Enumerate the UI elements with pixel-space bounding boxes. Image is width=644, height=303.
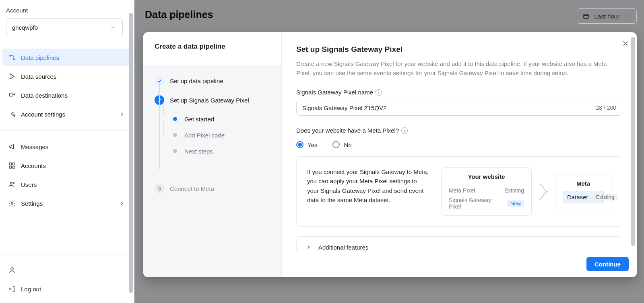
meta-pixel-question: Does your website have a Meta Pixel? i [296,127,622,134]
substep-get-started[interactable]: Get started [155,111,272,127]
account-value: gncqwpfo [12,24,38,31]
grid-icon [8,162,16,170]
modal-steps-panel: Create a data pipeline Set up data pipel… [143,32,282,277]
sidebar-item-data-sources[interactable]: Data sources [2,68,132,85]
users-icon [8,180,16,188]
sidebar-item-messages[interactable]: Messages [2,138,132,156]
time-range-label: Last hour [594,13,619,20]
row-label: Signals Gateway Pixel [449,197,502,210]
sidebar-item-label: Log out [21,286,41,293]
panel-title: Meta [563,180,604,187]
chevron-down-icon [109,23,117,31]
page-title: Data pipelines [145,9,213,20]
sidebar: Account gncqwpfo Data pipelines Data sou… [0,0,134,303]
sidebar-item-label: Data pipelines [21,54,59,61]
sidebar-item-settings[interactable]: Settings [2,194,132,212]
svg-point-9 [11,203,13,205]
chevron-right-icon [118,199,126,207]
sidebar-item-account-settings[interactable]: Account settings [2,105,132,123]
modal-main: Set up Signals Gateway Pixel Create a ne… [282,32,637,277]
create-pipeline-modal: Create a data pipeline Set up data pipel… [143,32,637,277]
radio-label: Yes [308,141,317,148]
time-range-select[interactable]: Last hour [577,8,637,24]
input-value: Signals Gateway Pixel Z15QV2 [302,104,386,111]
sidebar-scrollbar[interactable] [128,13,134,293]
info-text: If you connect your Signals Gateway to M… [307,167,429,216]
svg-rect-4 [13,163,15,165]
modal-footer: Continue [282,251,637,277]
row-badge: Existing [504,187,524,194]
sidebar-item-label: Accounts [21,162,46,169]
step-2[interactable]: 2 Set up Signals Gateway Pixel [155,93,272,107]
nav-secondary: Messages Accounts Users Settings [0,137,134,213]
existing-badge: Existing [593,194,618,201]
info-icon[interactable]: i [376,89,382,96]
gear-icon [8,199,16,207]
char-counter: 28 / 200 [596,104,616,111]
svg-point-10 [11,268,13,270]
svg-rect-6 [13,166,15,168]
sidebar-item-label: Data sources [21,73,56,80]
modal-title: Create a data pipeline [155,43,272,51]
sidebar-item-data-pipelines[interactable]: Data pipelines [2,49,132,66]
radio-icon [332,141,340,148]
svg-rect-11 [584,14,588,18]
account-select[interactable]: gncqwpfo [6,18,123,36]
svg-rect-3 [9,163,11,165]
sources-icon [8,72,16,80]
sidebar-item-label: Settings [21,200,43,207]
info-icon[interactable]: i [401,127,408,134]
substep-label: Get started [184,116,214,123]
sidebar-item-label: Messages [21,143,48,150]
sidebar-item-users[interactable]: Users [2,176,132,193]
main-description: Create a new Signals Gateway Pixel for y… [296,59,618,78]
sidebar-item-label: Data destinations [21,92,68,99]
step-number: 3 [155,184,164,193]
sidebar-item-data-destinations[interactable]: Data destinations [2,86,132,104]
connect-info-box: If you connect your Signals Gateway to M… [296,156,622,227]
account-label: Account [0,0,134,18]
new-badge: New [507,200,524,207]
your-website-panel: Your website Meta Pixel Existing Signals… [441,167,532,216]
step-3[interactable]: 3 Connect to Meta [155,182,272,195]
step-1[interactable]: Set up data pipeline [155,74,272,88]
megaphone-icon [8,143,16,151]
logout-icon [8,285,16,293]
sidebar-item-profile[interactable] [2,261,132,279]
sidebar-item-label: Users [21,181,37,188]
step-label: Set up data pipeline [170,78,223,84]
chevron-right-icon [305,243,313,251]
sidebar-item-accounts[interactable]: Accounts [2,157,132,174]
svg-point-0 [10,55,11,56]
main-title: Set up Signals Gateway Pixel [296,45,622,54]
wrench-icon [8,110,16,118]
svg-point-1 [13,59,14,60]
modal-scrollbar[interactable] [631,37,635,246]
radio-no[interactable]: No [332,141,351,148]
sidebar-item-label: Account settings [21,111,65,118]
label-text: Signals Gateway Pixel name [296,89,373,96]
connector-lines-icon [539,176,548,207]
chevron-down-icon [623,12,632,20]
substep-next-steps[interactable]: Next steps [155,143,272,159]
nav-primary: Data pipelines Data sources Data destina… [0,40,134,124]
row-label: Meta Pixel [449,187,475,194]
pixel-name-input[interactable]: Signals Gateway Pixel Z15QV2 28 / 200 [296,100,622,116]
pipeline-icon [8,53,16,61]
dataset-label: Dataset [567,194,588,201]
label-text: Does your website have a Meta Pixel? [296,127,399,134]
chevron-right-icon [118,110,126,118]
divider [0,130,134,131]
user-icon [8,266,16,274]
radio-yes[interactable]: Yes [296,141,317,148]
continue-button[interactable]: Continue [586,257,629,271]
pixel-name-label: Signals Gateway Pixel name i [296,89,622,96]
dot-icon [173,133,177,137]
step-label: Set up Signals Gateway Pixel [170,97,249,104]
substep-label: Next steps [184,148,213,155]
sidebar-item-logout[interactable]: Log out [2,280,132,298]
panel-title: Your website [449,173,524,180]
substep-add-pixel-code[interactable]: Add Pixel code [155,127,272,143]
svg-rect-2 [9,93,13,96]
destinations-icon [8,91,16,99]
